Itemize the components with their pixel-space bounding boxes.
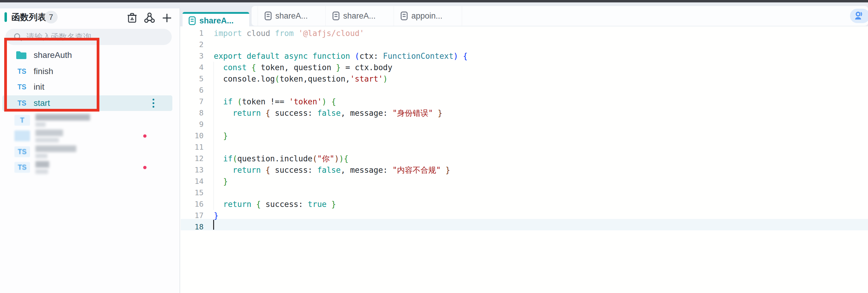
typescript-icon: TS xyxy=(14,146,30,157)
code-line[interactable] xyxy=(214,84,467,96)
code-line[interactable]: import cloud from '@lafjs/cloud' xyxy=(214,28,467,39)
code-line[interactable] xyxy=(214,39,467,50)
user-button[interactable] xyxy=(850,9,868,23)
dependency-icon[interactable] xyxy=(144,12,156,24)
code-line[interactable]: export default async function (ctx: Func… xyxy=(214,50,467,62)
line-number: 10 xyxy=(181,130,204,142)
typescript-icon: T xyxy=(14,115,30,126)
function-item-redacted[interactable] xyxy=(2,128,172,144)
tab-appoint[interactable]: appoin... xyxy=(394,6,462,26)
line-number: 16 xyxy=(181,198,204,210)
line-number: 1 xyxy=(181,28,204,39)
kebab-menu-icon[interactable] xyxy=(153,99,154,108)
file-icon xyxy=(332,11,340,21)
code-line[interactable]: return { success: true } xyxy=(214,198,467,210)
code-line[interactable]: return { success: false, message: "内容不合规… xyxy=(214,164,467,176)
file-icon xyxy=(189,16,196,25)
redacted-label xyxy=(35,130,63,142)
line-number: 12 xyxy=(181,153,204,164)
typescript-icon: TS xyxy=(15,99,29,107)
line-number: 3 xyxy=(181,50,204,62)
function-item-redacted[interactable]: T xyxy=(2,112,172,128)
code-line[interactable]: return { success: false, message: "身份错误"… xyxy=(214,107,467,119)
line-number: 13 xyxy=(181,164,204,176)
function-count-badge: 7 xyxy=(44,11,58,24)
function-item-finish[interactable]: TS finish xyxy=(2,64,172,79)
code-line[interactable]: if (token !== 'token') { xyxy=(214,96,467,107)
line-number: 15 xyxy=(181,187,204,198)
function-item-redacted[interactable]: TS xyxy=(2,159,172,175)
line-number: 8 xyxy=(181,107,204,119)
code-line[interactable] xyxy=(214,119,467,130)
code-line[interactable]: const { token, question } = ctx.body xyxy=(214,62,467,73)
status-dot xyxy=(143,166,147,169)
file-icon xyxy=(401,11,408,21)
search-input[interactable]: 请输入函数名查询 xyxy=(5,29,172,45)
line-number: 9 xyxy=(181,119,204,130)
tab-shareauth-active[interactable]: shareA... xyxy=(183,12,249,28)
tab-label: appoin... xyxy=(411,11,442,21)
code-line[interactable]: } xyxy=(214,130,467,142)
tab-label: shareA... xyxy=(343,11,376,21)
redacted-label xyxy=(35,161,49,174)
search-placeholder: 请输入函数名查询 xyxy=(26,32,91,42)
tab-shareauth-3[interactable]: shareA... xyxy=(326,6,394,26)
tab-label: shareA... xyxy=(199,16,234,26)
tab-shareauth-2[interactable]: shareA... xyxy=(258,6,326,26)
function-item-start-selected[interactable]: TS start xyxy=(2,95,172,111)
panel-accent-bar xyxy=(4,12,7,22)
add-function-icon[interactable] xyxy=(161,12,173,24)
function-item-redacted[interactable]: TS xyxy=(2,144,172,159)
line-number: 5 xyxy=(181,73,204,84)
panel-title: 函数列表 xyxy=(11,11,46,24)
function-name: start xyxy=(34,98,50,108)
status-dot xyxy=(143,134,147,138)
window-top-strip xyxy=(0,0,868,2)
text-cursor xyxy=(213,220,214,230)
function-name: init xyxy=(34,82,44,92)
line-number: 18 xyxy=(181,221,204,233)
line-number: 4 xyxy=(181,62,204,73)
code-content[interactable]: import cloud from '@lafjs/cloud'export d… xyxy=(214,28,467,233)
code-line[interactable] xyxy=(214,142,467,153)
tab-label: shareA... xyxy=(275,11,308,21)
trash-icon[interactable] xyxy=(126,12,138,24)
code-line[interactable] xyxy=(214,221,467,233)
code-line[interactable]: } xyxy=(214,210,467,221)
folder-name: shareAuth xyxy=(34,50,72,60)
tab-strip: shareA... shareA... appoin... xyxy=(252,6,868,26)
line-number-gutter: 123456789101112131415161718 xyxy=(181,28,204,233)
search-icon xyxy=(13,32,22,41)
line-number: 2 xyxy=(181,39,204,50)
redacted-label xyxy=(35,114,90,127)
folder-shareauth[interactable]: shareAuth xyxy=(2,47,172,63)
line-number: 6 xyxy=(181,84,204,96)
function-name: finish xyxy=(34,67,53,76)
file-icon xyxy=(265,11,272,21)
line-number: 7 xyxy=(181,96,204,107)
code-line[interactable] xyxy=(214,187,467,198)
line-number: 14 xyxy=(181,176,204,187)
code-line[interactable]: console.log(token,question,'start') xyxy=(214,73,467,84)
code-line[interactable]: } xyxy=(214,176,467,187)
user-icon xyxy=(854,11,864,21)
line-number: 11 xyxy=(181,142,204,153)
redacted-label xyxy=(35,145,76,158)
line-number: 17 xyxy=(181,210,204,221)
typescript-icon xyxy=(14,131,30,141)
typescript-icon: TS xyxy=(15,68,29,76)
folder-icon xyxy=(16,51,27,60)
typescript-icon: TS xyxy=(15,83,29,91)
typescript-icon: TS xyxy=(14,162,30,173)
function-item-init[interactable]: TS init xyxy=(2,79,172,95)
code-line[interactable]: if(question.include("你")){ xyxy=(214,153,467,164)
